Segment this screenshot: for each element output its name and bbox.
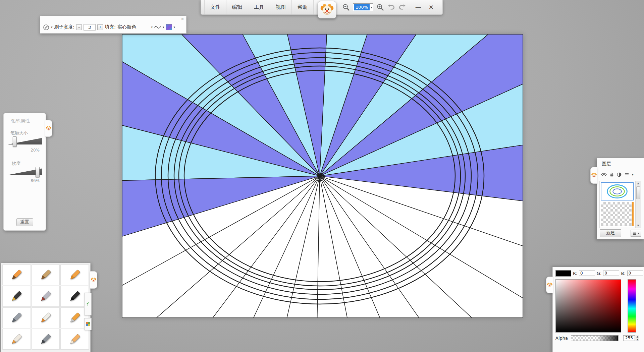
scroll-up-button[interactable]: ▲ [637,181,639,185]
lock-icon[interactable] [610,172,614,177]
layer-options-list-icon[interactable] [625,173,629,177]
tool-flat-brush[interactable] [32,286,60,307]
alpha-slider[interactable] [571,335,619,341]
layers-scrollbar[interactable]: ▲ ▼ [635,181,641,228]
alpha-spin-up-icon[interactable]: ▲ [636,335,639,338]
scroll-down-button[interactable]: ▼ [637,224,639,228]
alpha-spinner[interactable]: ▲ ▼ [636,335,639,341]
brush-width-value[interactable]: 3 [84,24,96,31]
brush-width-increase-button[interactable]: + [97,24,103,30]
visibility-eye-icon[interactable] [601,173,607,177]
alpha-input[interactable] [623,335,635,341]
plant-icon [86,302,90,306]
scrollbar-thumb[interactable] [636,186,640,199]
softness-slider-handle[interactable] [36,167,40,177]
tool-fountain-pen[interactable] [2,286,31,307]
green-label: G: [597,271,601,276]
stroke-color-caret-icon[interactable]: ▾ [174,25,175,29]
menu-bar: 文件编辑工具视图帮助 100% ▾ [201,0,443,15]
clown-tab-icon [46,126,51,131]
reset-button[interactable]: 重置 [16,218,33,226]
layer-menu-caret-icon: ▾ [638,232,639,235]
app-window: 文件编辑工具视图帮助 100% ▾ [0,0,644,352]
saturation-value-field[interactable] [555,279,621,333]
blue-input[interactable] [627,271,643,276]
zoom-level-value: 100% [354,4,370,10]
layer-menu-button[interactable]: ▾ [631,230,641,237]
tool-paint-tube[interactable] [32,307,60,328]
brush-width-label: 刷子宽度: [54,24,75,30]
color-panel-tab[interactable] [546,277,553,293]
close-button[interactable]: ✕ [429,0,434,15]
menu-item-help[interactable]: 帮助 [292,0,314,14]
current-color-swatch[interactable] [555,270,571,277]
layer-item-circles[interactable] [601,182,634,200]
fill-label: 填充: [105,24,116,30]
zoom-in-button[interactable] [376,3,384,11]
redo-button[interactable] [398,3,406,11]
menu-item-file[interactable]: 文件 [204,0,226,14]
red-input[interactable] [579,271,595,276]
tool-liner-brush[interactable] [32,329,60,350]
brush-shape-caret-icon[interactable]: ▾ [51,25,53,29]
layers-bottom-bar: 新建 ▾ [600,229,641,237]
softness-label: 软度 [12,161,20,167]
stroke-style-icon[interactable] [154,25,161,29]
softness-value: 86% [31,178,40,183]
redo-icon [398,3,406,11]
tools-palette [1,263,91,352]
hue-strip[interactable] [628,279,636,333]
layers-items [600,181,635,228]
toolbar-close-button[interactable]: ✕ [181,17,184,21]
pencil-panel-title: 铅笔属性 [11,118,30,124]
minimize-button[interactable]: — [415,0,421,15]
menu-item-edit[interactable]: 编辑 [226,0,248,14]
alpha-spin-down-icon[interactable]: ▼ [636,338,639,341]
tool-pencil[interactable] [2,265,31,285]
menu-item-tools[interactable]: 工具 [248,0,270,14]
pattern-stamp-strip[interactable] [84,318,92,330]
blue-label: B: [621,271,625,276]
tip-size-value: 20% [31,148,40,153]
canvas-art [122,35,523,317]
green-input[interactable] [603,271,619,276]
drawing-canvas[interactable] [122,34,523,318]
layer-options-caret-icon[interactable]: ▾ [632,173,634,176]
layers-panel-title: 图层 [602,161,611,167]
pencil-panel-tab[interactable] [45,120,52,137]
tool-crayon[interactable] [60,265,89,285]
app-logo-button[interactable] [318,1,336,18]
pattern-icon [86,322,90,326]
tool-eraser[interactable] [60,329,89,350]
tools-palette-tab[interactable] [90,271,97,289]
tool-marker[interactable] [2,329,31,350]
brush-shape-icon[interactable] [43,24,49,31]
menu-items: 文件编辑工具视图帮助 [204,0,314,14]
alpha-slider-handle[interactable] [617,336,618,341]
tip-size-slider-handle[interactable] [13,136,17,147]
fill-type-caret-icon: ▾ [151,25,153,29]
softness-slider[interactable] [8,167,42,177]
blend-contrast-icon[interactable] [617,172,622,177]
tool-paint-brush[interactable] [32,265,60,285]
stroke-color-swatch[interactable] [166,24,172,30]
fill-type-dropdown[interactable]: 实心颜色 ▾ [117,24,153,30]
zoom-out-button[interactable] [342,3,350,11]
pencil-properties-panel: 铅笔属性 笔触大小 20% 软度 86% 重置 [3,113,46,231]
alpha-gradient [571,336,618,341]
zoom-caret-icon[interactable]: ▾ [371,6,372,9]
tip-size-slider[interactable] [8,136,42,147]
plant-stamp-strip[interactable] [84,293,92,315]
tool-airbrush[interactable] [2,307,31,328]
undo-button[interactable] [387,3,395,11]
menu-item-view[interactable]: 视图 [270,0,292,14]
zoom-level-control[interactable]: 100% ▾ [353,3,373,11]
layers-panel-tab[interactable] [590,167,597,184]
undo-icon [387,3,395,11]
alpha-row: Alpha ▲ ▼ [555,335,643,341]
layer-item-transparent[interactable] [601,202,634,226]
stroke-style-caret-icon[interactable]: ▾ [163,25,164,29]
brush-width-decrease-button[interactable]: – [76,24,82,30]
new-layer-button[interactable]: 新建 [600,229,621,237]
tool-grid [1,263,90,351]
